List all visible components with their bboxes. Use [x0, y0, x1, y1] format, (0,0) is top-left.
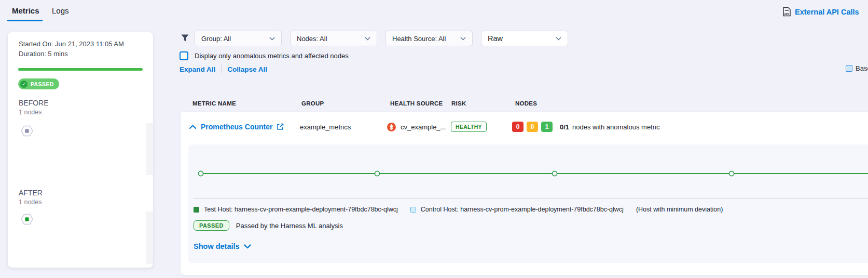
collapse-all-link[interactable]: Collapse All — [227, 65, 267, 73]
data-mode-value: Raw — [488, 34, 503, 43]
red-node-count-badge: 0 — [512, 122, 523, 132]
duration-text: Duration: 5 mins — [19, 50, 68, 58]
legend-control-host: Control Host: harness-cv-prom-example-de… — [410, 206, 624, 213]
chevron-down-icon — [365, 37, 370, 41]
col-health-source: HEALTH SOURCE — [390, 100, 443, 107]
chart-legend: Test Host: harness-cv-prom-example-deplo… — [194, 206, 723, 213]
check-icon: ✓ — [20, 81, 27, 88]
show-details-link[interactable]: Show details — [194, 242, 251, 250]
risk-badge: HEALTHY — [451, 122, 487, 132]
group-filter-value: Group: All — [201, 35, 231, 43]
collapse-row-button[interactable] — [189, 112, 196, 142]
anomalous-ratio: 0/1 — [560, 123, 569, 131]
anomalous-ratio-text: nodes with anomalous metric — [572, 123, 659, 131]
api-document-icon: API — [782, 7, 791, 17]
test-host-swatch-icon — [194, 207, 199, 213]
before-title: BEFORE — [19, 99, 49, 107]
after-node-count: 1 nodes — [19, 198, 42, 206]
col-group: GROUP — [301, 100, 324, 107]
legend-test-host: Test Host: harness-cv-prom-example-deplo… — [194, 206, 398, 213]
passed-badge: PASSED — [194, 220, 229, 231]
nodes-filter-dropdown[interactable]: Nodes: All — [290, 31, 377, 46]
progress-bar — [18, 68, 143, 71]
after-title: AFTER — [19, 189, 43, 197]
group-filter-dropdown[interactable]: Group: All — [195, 31, 282, 46]
anomalous-only-label: Display only anomalous metrics and affec… — [195, 52, 349, 60]
filter-funnel-icon[interactable] — [181, 34, 189, 43]
control-host-swatch-icon — [410, 207, 416, 213]
after-scrollbar-track[interactable] — [146, 211, 153, 264]
verification-metrics-page: Metrics Logs API External API Calls Star… — [0, 0, 868, 278]
minimum-deviation-note: (Host with minimum deviation) — [636, 206, 723, 213]
chevron-down-icon — [460, 37, 466, 41]
node-hexagon-icon — [19, 211, 35, 227]
external-api-calls-label: External API Calls — [795, 8, 859, 16]
divider — [221, 65, 222, 73]
node-hexagon-icon — [19, 123, 35, 139]
external-link-icon[interactable] — [277, 123, 284, 130]
chevron-down-icon — [269, 37, 275, 41]
passed-description: Passed by the Harness ML analysis — [236, 222, 343, 230]
health-source-value: cv_example_... — [401, 123, 446, 131]
orange-node-count-badge: 0 — [527, 122, 538, 132]
status-badge: ✓ PASSED — [18, 78, 59, 89]
show-details-label: Show details — [194, 242, 240, 250]
control-host-label: Control Host: harness-cv-prom-example-de… — [421, 206, 624, 213]
col-metric-name: METRIC NAME — [192, 100, 236, 107]
col-risk: RISK — [451, 100, 466, 107]
verification-summary-card: Started On: Jun 21, 2023 11:05 AM Durati… — [8, 32, 153, 268]
health-source-filter-dropdown[interactable]: Health Source: All — [385, 31, 473, 46]
tab-metrics[interactable]: Metrics — [12, 6, 39, 15]
nodes-filter-value: Nodes: All — [297, 35, 327, 43]
active-tab-indicator — [7, 20, 43, 21]
svg-text:API: API — [784, 12, 789, 16]
started-on-text: Started On: Jun 21, 2023 11:05 AM — [19, 40, 124, 48]
green-node-count-badge: 1 — [541, 122, 553, 132]
status-badge-label: PASSED — [31, 81, 54, 87]
tab-logs[interactable]: Logs — [52, 6, 69, 15]
group-value: example_metrics — [300, 123, 351, 131]
timeseries-chart[interactable] — [188, 144, 868, 203]
external-api-calls-link[interactable]: API External API Calls — [782, 7, 859, 17]
metrics-table-header: METRIC NAME GROUP HEALTH SOURCE RISK NOD… — [192, 100, 711, 109]
chevron-up-icon — [189, 125, 196, 129]
anomalous-only-checkbox[interactable] — [180, 51, 188, 60]
before-node-count: 1 nodes — [19, 109, 42, 116]
expand-all-link[interactable]: Expand All — [180, 65, 215, 73]
divider — [194, 198, 868, 199]
metric-name-link[interactable]: Prometheus Counter — [201, 123, 272, 131]
test-host-label: Test Host: harness-cv-prom-example-deplo… — [204, 206, 398, 213]
chevron-down-icon — [556, 37, 561, 41]
baseline-checkbox[interactable] — [846, 65, 852, 72]
baseline-label: Base — [856, 64, 868, 72]
prometheus-icon — [387, 123, 396, 131]
data-mode-dropdown[interactable]: Raw — [481, 31, 568, 46]
metric-chart-panel: Test Host: harness-cv-prom-example-deplo… — [188, 144, 868, 263]
before-node[interactable] — [19, 123, 35, 141]
metric-row-card: Prometheus Counter example_metrics cv_ex… — [181, 112, 868, 275]
health-source-filter-value: Health Source: All — [392, 35, 446, 43]
after-node[interactable] — [19, 211, 35, 229]
chevron-down-icon — [244, 244, 251, 249]
col-nodes: NODES — [515, 100, 537, 107]
before-scrollbar-track[interactable] — [146, 123, 153, 175]
analysis-result-row: PASSED Passed by the Harness ML analysis — [194, 220, 343, 231]
